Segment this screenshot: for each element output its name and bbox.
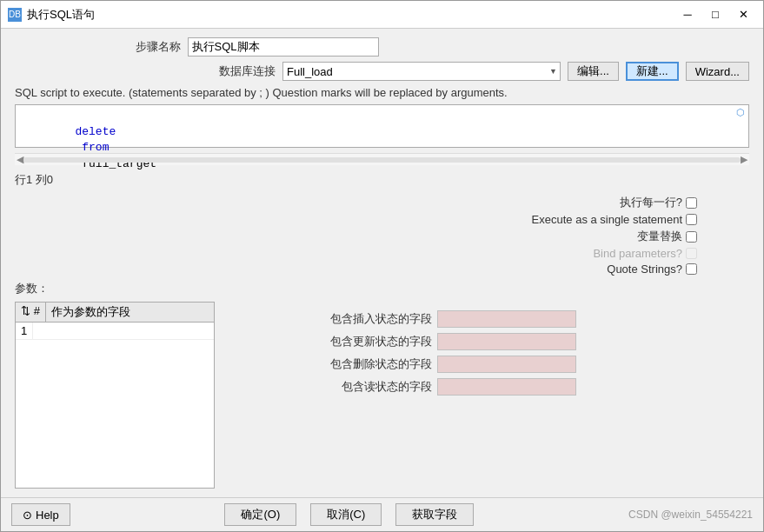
minimize-button[interactable]: ─ [674,5,701,24]
variable-replace-row: 变量替换 [637,229,697,244]
window-icon: DB [8,8,22,22]
params-label: 参数： [15,281,749,296]
maximize-button[interactable]: □ [702,5,728,24]
params-table-header: ⇅ # 作为参数的字段 [16,303,214,323]
read-field-input[interactable] [437,378,576,396]
delete-field-input[interactable] [437,356,576,373]
title-controls: ─ □ ✕ [674,5,756,24]
window-title: 执行SQL语句 [27,7,95,23]
sort-icon: ⇅ [21,304,30,317]
sql-description: SQL script to execute. (statements separ… [15,86,749,99]
params-header-num: ⇅ # [16,303,46,322]
insert-field-input[interactable] [437,310,576,328]
params-section: ⇅ # 作为参数的字段 1 包含插入状态的字段 包含更新状态 [15,302,749,489]
main-content: 步骤名称 数据库连接 Full_load 编辑... 新建... Wizard.… [1,29,763,497]
options-section: 执行每一行? Execute as a single statement 变量替… [15,195,749,276]
quote-strings-checkbox[interactable] [686,263,697,275]
watermark: CSDN @weixin_54554221 [628,509,753,521]
single-statement-row: Execute as a single statement [532,213,697,226]
wizard-button[interactable]: Wizard... [686,62,749,81]
params-cell-field-0 [33,323,214,339]
params-right: 包含插入状态的字段 包含更新状态的字段 包含删除状态的字段 包含读状态的字段 [232,302,749,489]
bind-params-row: Bind parameters? [593,247,697,260]
bind-params-label: Bind parameters? [593,247,682,260]
insert-field-row: 包含插入状态的字段 [302,310,749,328]
params-table-row-0: 1 [16,323,214,340]
params-table: ⇅ # 作为参数的字段 1 [15,302,215,489]
get-field-button[interactable]: 获取字段 [395,503,474,526]
bottom-center: 确定(O) 取消(C) 获取字段 [224,503,474,526]
read-field-label: 包含读状态的字段 [302,379,432,395]
db-conn-label: 数据库连接 [215,63,276,79]
close-button[interactable]: ✕ [730,5,756,24]
execute-every-row-label: 执行每一行? [620,195,682,210]
single-statement-label: Execute as a single statement [532,213,682,226]
quote-strings-label: Quote Strings? [607,263,682,276]
db-conn-select[interactable]: Full_load [282,62,561,81]
help-circle-icon: ⊙ [23,509,32,522]
scroll-indicator: ⬡ [736,107,747,117]
help-button[interactable]: ⊙ Help [11,503,70,526]
sql-editor-container: delete from full_target ⬡ [15,104,749,148]
params-table-empty [16,340,214,488]
db-conn-row: 数据库连接 Full_load 编辑... 新建... Wizard... [15,62,749,81]
bottom-left: ⊙ Help [11,503,70,526]
title-bar: DB 执行SQL语句 ─ □ ✕ [1,1,763,29]
sql-delete-keyword: delete [75,125,116,138]
main-window: DB 执行SQL语句 ─ □ ✕ 步骤名称 数据库连接 Full [0,0,764,532]
db-conn-wrapper: Full_load [282,62,561,81]
insert-field-label: 包含插入状态的字段 [302,311,432,327]
bind-params-checkbox[interactable] [686,248,697,259]
variable-replace-label: 变量替换 [637,229,682,244]
variable-replace-checkbox[interactable] [686,231,697,243]
cancel-button[interactable]: 取消(C) [310,503,382,526]
sql-from-keyword: from [75,141,109,154]
step-name-row: 步骤名称 [15,37,749,57]
sql-code-display[interactable]: delete from full_target [16,105,748,191]
single-statement-checkbox[interactable] [686,214,697,225]
step-name-input[interactable] [188,37,379,57]
execute-every-row-row: 执行每一行? [620,195,697,210]
params-cell-num-0: 1 [16,323,33,339]
read-field-row: 包含读状态的字段 [302,378,749,396]
edit-button[interactable]: 编辑... [568,62,619,81]
execute-every-row-checkbox[interactable] [686,197,697,209]
confirm-button[interactable]: 确定(O) [224,503,296,526]
scrollbar-track [23,157,741,163]
bottom-bar: ⊙ Help 确定(O) 取消(C) 获取字段 CSDN @weixin_545… [1,497,763,531]
delete-field-label: 包含删除状态的字段 [302,356,432,372]
new-button[interactable]: 新建... [626,62,679,81]
update-field-row: 包含更新状态的字段 [302,333,749,350]
title-bar-left: DB 执行SQL语句 [8,7,95,23]
quote-strings-row: Quote Strings? [607,263,697,276]
params-header-field: 作为参数的字段 [46,303,214,322]
step-name-label: 步骤名称 [120,39,181,55]
update-field-label: 包含更新状态的字段 [302,334,432,349]
delete-field-row: 包含删除状态的字段 [302,356,749,373]
update-field-input[interactable] [437,333,576,350]
